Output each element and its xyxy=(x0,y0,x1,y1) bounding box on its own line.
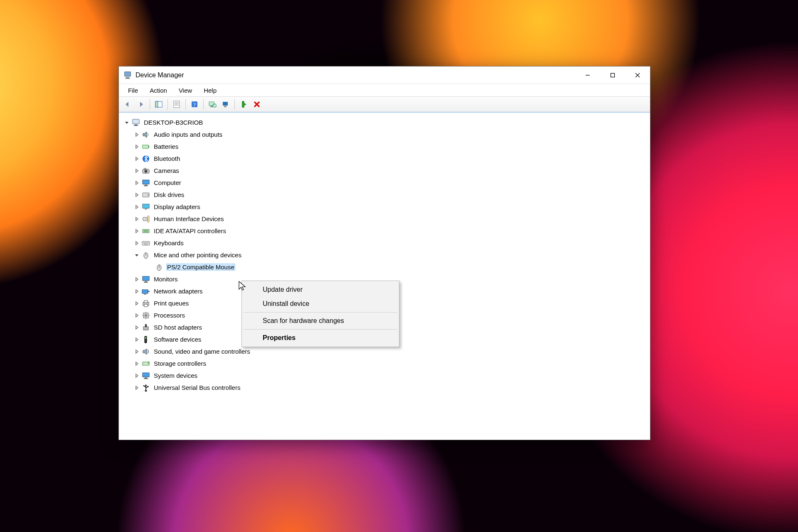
svg-rect-67 xyxy=(145,314,147,317)
bluetooth-icon xyxy=(141,154,150,163)
tree-node-cat-10-child-0[interactable]: PS/2 Compatible Mouse xyxy=(121,261,648,273)
minimize-button[interactable] xyxy=(575,66,600,84)
chevron-right-icon[interactable] xyxy=(133,179,140,187)
tree-item-label: Network adapters xyxy=(153,288,204,295)
svg-rect-49 xyxy=(145,242,146,243)
chevron-right-icon[interactable] xyxy=(133,203,140,211)
context-menu-item[interactable]: Update driver xyxy=(243,283,398,297)
svg-rect-21 xyxy=(242,101,244,108)
menu-action[interactable]: Action xyxy=(145,86,172,95)
chevron-right-icon[interactable] xyxy=(133,239,140,247)
tree-node-cat-8[interactable]: IDE ATA/ATAPI controllers xyxy=(121,225,648,237)
tree-node-cat-20[interactable]: Universal Serial Bus controllers xyxy=(121,382,648,394)
system-icon xyxy=(141,371,150,380)
toolbar-properties-button[interactable] xyxy=(170,98,183,111)
hid-icon xyxy=(141,214,150,224)
toolbar-forward-button[interactable] xyxy=(135,98,147,111)
tree-item-label: Storage controllers xyxy=(153,360,207,367)
chevron-right-icon[interactable] xyxy=(133,131,140,138)
tree-node-cat-5[interactable]: Disk drives xyxy=(121,189,648,201)
tree-node-cat-4[interactable]: Computer xyxy=(121,177,648,189)
svg-rect-51 xyxy=(148,242,149,243)
tree-node-cat-2[interactable]: Bluetooth xyxy=(121,153,648,165)
svg-text:?: ? xyxy=(193,101,196,108)
context-menu-item[interactable]: Uninstall device xyxy=(243,297,398,311)
tree-item-label: DESKTOP-B3CRIOB xyxy=(143,119,204,126)
tree-item-label: Processors xyxy=(153,312,186,319)
speaker-icon xyxy=(141,130,150,139)
ide-icon xyxy=(141,227,150,236)
titlebar[interactable]: Device Manager xyxy=(119,66,650,84)
toolbar-scan-button[interactable] xyxy=(206,98,219,111)
tree-node-cat-19[interactable]: System devices xyxy=(121,369,648,382)
camera-icon xyxy=(141,166,150,175)
app-icon xyxy=(123,71,132,80)
svg-rect-4 xyxy=(611,73,615,77)
toolbar-showtree-button[interactable] xyxy=(153,98,165,111)
svg-line-18 xyxy=(216,107,217,108)
context-menu-item[interactable]: Scan for hardware changes xyxy=(243,314,398,328)
device-tree[interactable]: DESKTOP-B3CRIOBAudio inputs and outputsB… xyxy=(119,113,650,440)
chevron-right-icon[interactable] xyxy=(133,288,140,295)
toolbar-back-button[interactable] xyxy=(121,98,134,111)
svg-rect-47 xyxy=(143,242,144,243)
toolbar-help-button[interactable]: ? xyxy=(188,98,201,111)
chevron-right-icon[interactable] xyxy=(133,300,140,307)
chevron-right-icon[interactable] xyxy=(133,312,140,319)
chevron-right-icon[interactable] xyxy=(133,372,140,379)
mouse-icon xyxy=(155,263,164,272)
tree-node-cat-6[interactable]: Display adapters xyxy=(121,201,648,213)
menu-help[interactable]: Help xyxy=(199,86,222,95)
chevron-right-icon[interactable] xyxy=(133,336,140,343)
tree-node-cat-3[interactable]: Cameras xyxy=(121,165,648,177)
chevron-right-icon[interactable] xyxy=(133,348,140,355)
chevron-right-icon[interactable] xyxy=(133,143,140,150)
tree-node-cat-17[interactable]: Sound, video and game controllers xyxy=(121,345,648,357)
chevron-right-icon[interactable] xyxy=(133,276,140,283)
tree-item-label: Display adapters xyxy=(153,203,201,210)
chevron-right-icon[interactable] xyxy=(133,360,140,367)
tree-node-cat-18[interactable]: Storage controllers xyxy=(121,357,648,369)
close-button[interactable] xyxy=(625,66,650,84)
menu-view[interactable]: View xyxy=(174,86,197,95)
sd-icon xyxy=(141,323,150,332)
tree-node-cat-7[interactable]: Human Interface Devices xyxy=(121,213,648,225)
toolbar-update-button[interactable] xyxy=(219,98,232,111)
chevron-down-icon[interactable] xyxy=(123,119,131,126)
tree-item-label: Computer xyxy=(153,179,182,186)
maximize-button[interactable] xyxy=(600,66,625,84)
svg-rect-79 xyxy=(144,378,148,379)
svg-rect-46 xyxy=(142,241,150,245)
svg-rect-32 xyxy=(144,168,146,170)
chevron-right-icon[interactable] xyxy=(133,167,140,175)
tree-item-label: SD host adapters xyxy=(153,324,203,331)
svg-rect-33 xyxy=(143,180,149,184)
tree-item-label: Batteries xyxy=(153,143,179,150)
toolbar-uninstall-button[interactable] xyxy=(251,98,263,111)
svg-rect-48 xyxy=(144,242,145,243)
svg-rect-73 xyxy=(145,324,147,327)
chevron-right-icon[interactable] xyxy=(133,215,140,223)
tree-item-label: PS/2 Compatible Mouse xyxy=(166,264,235,271)
tree-node-cat-1[interactable]: Batteries xyxy=(121,140,648,153)
chevron-right-icon[interactable] xyxy=(133,191,140,199)
svg-rect-85 xyxy=(148,386,149,387)
cpu-icon xyxy=(141,311,150,320)
chevron-right-icon[interactable] xyxy=(133,227,140,235)
tree-node-cat-0[interactable]: Audio inputs and outputs xyxy=(121,128,648,140)
chevron-right-icon[interactable] xyxy=(133,155,140,163)
tree-node-root[interactable]: DESKTOP-B3CRIOB xyxy=(121,116,648,128)
toolbar-enable-button[interactable] xyxy=(237,98,250,111)
monitor-icon xyxy=(141,178,150,187)
menu-file[interactable]: File xyxy=(123,86,143,95)
chevron-down-icon[interactable] xyxy=(133,251,140,259)
svg-rect-20 xyxy=(224,106,227,107)
context-menu-item[interactable]: Properties xyxy=(243,331,398,345)
tree-node-cat-9[interactable]: Keyboards xyxy=(121,237,648,249)
chevron-right-icon[interactable] xyxy=(133,324,140,331)
svg-rect-26 xyxy=(134,125,138,126)
tree-node-cat-10[interactable]: Mice and other pointing devices xyxy=(121,249,648,261)
svg-rect-52 xyxy=(144,244,148,244)
chevron-right-icon[interactable] xyxy=(133,384,140,392)
tree-item-label: Universal Serial Bus controllers xyxy=(153,384,241,391)
